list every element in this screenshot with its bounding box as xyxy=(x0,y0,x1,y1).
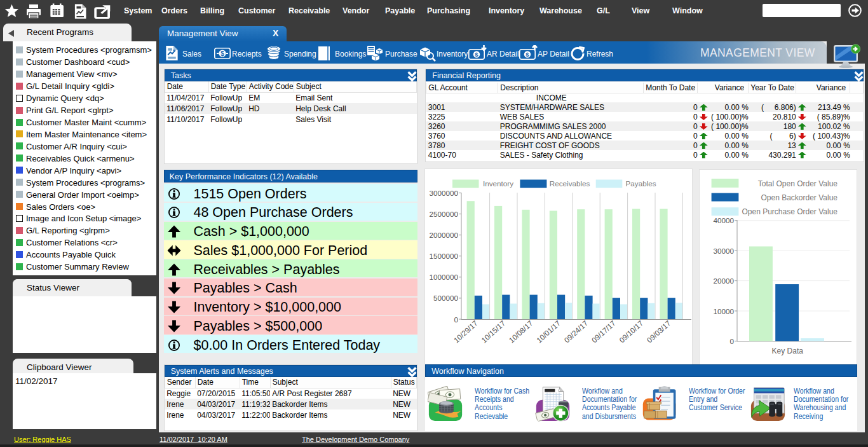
svg-text:20000: 20000 xyxy=(714,277,735,285)
svg-text:1000000: 1000000 xyxy=(429,273,458,281)
svg-text:0: 0 xyxy=(730,337,735,345)
svg-text:10000: 10000 xyxy=(714,306,735,315)
svg-text:09/10/17: 09/10/17 xyxy=(618,319,645,344)
svg-text:0: 0 xyxy=(454,315,458,323)
svg-text:10/01/17: 10/01/17 xyxy=(535,319,562,344)
svg-text:10/08/17: 10/08/17 xyxy=(507,319,534,344)
svg-text:30000: 30000 xyxy=(714,246,735,254)
svg-text:09/03/17: 09/03/17 xyxy=(645,319,672,344)
svg-text:2500000: 2500000 xyxy=(429,210,458,218)
svg-text:$: $ xyxy=(475,51,478,58)
svg-text:$: $ xyxy=(526,51,529,58)
svg-text:09/24/17: 09/24/17 xyxy=(562,319,590,344)
svg-text:Open Backorder Value: Open Backorder Value xyxy=(761,193,838,202)
svg-text:09/17/17: 09/17/17 xyxy=(590,319,617,344)
svg-text:10/15/17: 10/15/17 xyxy=(480,319,507,344)
svg-text:3000000: 3000000 xyxy=(429,189,458,197)
svg-text:Inventory: Inventory xyxy=(483,179,513,188)
svg-text:1500000: 1500000 xyxy=(429,252,458,260)
svg-text:500000: 500000 xyxy=(433,294,459,302)
svg-text:Receivables: Receivables xyxy=(550,179,590,188)
svg-text:2000000: 2000000 xyxy=(429,231,458,239)
svg-text:Payables: Payables xyxy=(626,179,656,188)
svg-text:Open Purchase Order Value: Open Purchase Order Value xyxy=(742,207,838,216)
svg-text:40000: 40000 xyxy=(714,216,735,224)
svg-text:Key Data: Key Data xyxy=(772,347,804,355)
svg-text:$: $ xyxy=(220,50,224,57)
svg-text:Total Open Order Value: Total Open Order Value xyxy=(758,179,838,188)
